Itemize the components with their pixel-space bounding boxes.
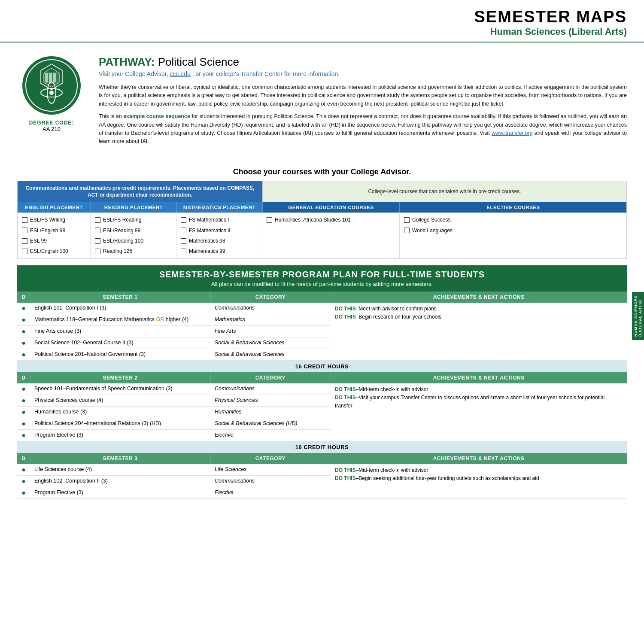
do-this-label: DO THIS [335, 467, 356, 473]
side-tab: HUMAN SCIENCES (LIBERAL ARTS) [632, 292, 644, 340]
checkbox-icon[interactable] [22, 217, 27, 223]
course-cell: Life Sciences course (4) [30, 464, 210, 476]
category-cell: Communications [210, 383, 331, 395]
category-header: CATEGORY [210, 292, 331, 303]
course-cell: Program Elective (3) [30, 429, 210, 441]
svg-point-6 [49, 91, 54, 95]
semester-plan-title: SEMESTER-BY-SEMESTER PROGRAM PLAN FOR FU… [21, 270, 623, 279]
bullet-dot: ● [21, 339, 26, 346]
pathway-advisor-text: Visit your College Advisor, ccc.edu , or… [99, 70, 627, 77]
header-gen-ed: GENERAL EDUCATION COURSES [262, 202, 400, 213]
list-item: ESL 99 [22, 236, 86, 246]
bullet-dot: ● [21, 351, 26, 358]
category-cell: Fine Arts [210, 325, 331, 337]
checkbox-icon[interactable] [22, 249, 27, 254]
achievements-header3: ACHIEVEMENTS & NEXT ACTIONS [331, 453, 627, 464]
category-cell: Elective [210, 429, 331, 441]
degree-code-value: AA 210 [43, 126, 61, 132]
col-d-header2: D [17, 372, 30, 383]
bullet-cell: ● [17, 418, 30, 429]
semester1-header: SEMESTER 1 [30, 292, 210, 303]
bullet-dot: ● [21, 408, 26, 416]
checkbox-icon[interactable] [181, 238, 186, 244]
bullet-cell: ● [17, 337, 30, 349]
category-cell: Physical Sciences [210, 395, 331, 406]
semester2-header: SEMESTER 2 [30, 372, 210, 383]
list-item: Reading 125 [95, 246, 172, 256]
degree-code-label: DEGREE CODE: [29, 120, 74, 126]
bullet-cell: ● [17, 406, 30, 418]
svg-rect-8 [45, 73, 48, 82]
credit-hours-cell2: 16 CREDIT HOURS [17, 441, 627, 453]
list-item: College Success [404, 215, 622, 225]
page-main-title: SEMESTER MAPS [474, 8, 627, 26]
checkbox-icon[interactable] [267, 217, 272, 223]
semester2-header-row: D SEMESTER 2 CATEGORY ACHIEVEMENTS & NEX… [17, 372, 627, 383]
itransfer-link[interactable]: www.itransfer.org [492, 130, 533, 136]
list-item: Mathematics 99 [181, 246, 258, 256]
semester3-header-row: D SEMESTER 3 CATEGORY ACHIEVEMENTS & NEX… [17, 453, 627, 464]
math-col: FS Mathematics I FS Mathematics II Mathe… [176, 213, 262, 258]
list-item: ESL/FS Reading [95, 215, 172, 225]
or-text: OR [156, 316, 164, 322]
list-item: ESL/English 100 [22, 246, 86, 256]
checkbox-icon[interactable] [181, 228, 186, 233]
course-cell: Mathematics 118–General Education Mathem… [30, 314, 210, 325]
course-cell: Fine Arts course (3) [30, 325, 210, 337]
pathway-section: DEGREE CODE: AA 210 PATHWAY: Political S… [0, 43, 644, 159]
reading-col: ESL/FS Reading ESL/Reading 99 ESL/Readin… [91, 213, 176, 258]
semester-table: D SEMESTER 1 CATEGORY ACHIEVEMENTS & NEX… [17, 292, 627, 499]
checkbox-icon[interactable] [95, 228, 100, 233]
credit-hours-row2: 16 CREDIT HOURS [17, 441, 627, 453]
checkbox-icon[interactable] [404, 228, 410, 233]
page-subtitle: Human Sciences (Liberal Arts) [474, 26, 627, 37]
category-cell: Social & Behavioral Sciences [210, 349, 331, 360]
pathway-content: PATHWAY: Political Science Visit your Co… [99, 55, 627, 150]
header-english: ENGLISH PLACEMENT [18, 202, 91, 213]
course-cell: Political Science 201–National Governmen… [30, 349, 210, 360]
category-header3: CATEGORY [210, 453, 331, 464]
credit-hours-row: 16 CREDIT HOURS [17, 360, 627, 372]
list-item: Mathematics 98 [181, 236, 258, 246]
svg-point-0 [22, 56, 81, 115]
category-cell: Life Sciences [210, 464, 331, 476]
category-cell: Humanities [210, 406, 331, 418]
category-cell: Elective [210, 487, 331, 498]
checkbox-icon[interactable] [404, 217, 410, 223]
ccc-edu-link[interactable]: ccc.edu [170, 70, 191, 77]
bullet-cell: ● [17, 429, 30, 441]
course-cell: English 102–Composition II (3) [30, 475, 210, 487]
achievements-cell: DO THIS–Meet with advisor to confirm pla… [331, 303, 627, 361]
choose-heading: Choose your courses with your College Ad… [0, 167, 644, 176]
do-this-label: DO THIS [335, 314, 356, 320]
pathway-body-p2: This is an example course sequence for s… [99, 112, 627, 146]
bullet-dot: ● [21, 466, 26, 473]
header-title-block: SEMESTER MAPS Human Sciences (Liberal Ar… [474, 8, 627, 37]
checkbox-icon[interactable] [181, 249, 186, 254]
do-this-label: DO THIS [335, 386, 356, 392]
placement-top-right: College-level courses that can be taken … [262, 181, 626, 203]
bullet-dot: ● [21, 397, 26, 404]
achievements-text: DO THIS–Meet with advisor to confirm pla… [335, 305, 623, 321]
checkbox-icon[interactable] [95, 249, 100, 254]
bullet-cell: ● [17, 464, 30, 476]
category-cell: Social & Behavioral Sciences (HD) [210, 418, 331, 429]
checkbox-icon[interactable] [22, 238, 27, 244]
course-cell: Social Science 102–General Course II (3) [30, 337, 210, 349]
bullet-cell: ● [17, 325, 30, 337]
semester-plan: SEMESTER-BY-SEMESTER PROGRAM PLAN FOR FU… [0, 265, 644, 499]
checkbox-icon[interactable] [181, 217, 186, 223]
achievements-text-s3: DO THIS–Mid-term check-in with advisor D… [335, 466, 623, 483]
category-cell: Communications [210, 303, 331, 314]
list-item: ESL/Reading 99 [95, 225, 172, 236]
bullet-dot: ● [21, 328, 26, 335]
pathway-title: PATHWAY: Political Science [99, 55, 627, 69]
bullet-cell: ● [17, 383, 30, 395]
achievements-cell2: DO THIS–Mid-term check-in with advisor D… [331, 383, 627, 441]
checkbox-icon[interactable] [95, 217, 100, 223]
checkbox-icon[interactable] [22, 228, 27, 233]
category-cell: Social & Behavioral Sciences [210, 337, 331, 349]
list-item: FS Mathematics I [181, 215, 258, 225]
table-row: ● English 101–Composition I (3) Communic… [17, 303, 627, 314]
checkbox-icon[interactable] [95, 238, 100, 244]
